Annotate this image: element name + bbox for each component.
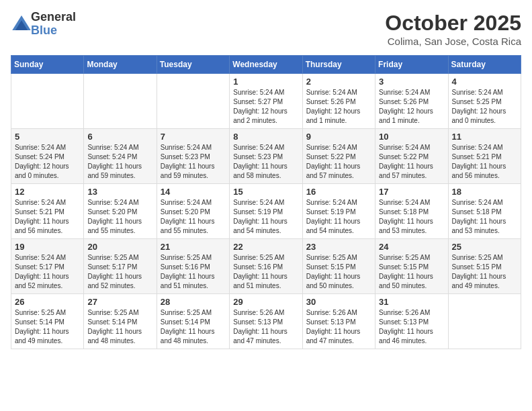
month-title: October 2025 (385, 11, 521, 36)
calendar-day-cell: 22Sunrise: 5:25 AMSunset: 5:16 PMDayligh… (230, 239, 302, 294)
day-number: 20 (87, 242, 152, 252)
calendar-day-header: Wednesday (230, 56, 302, 74)
calendar-week-row: 5Sunrise: 5:24 AMSunset: 5:24 PMDaylight… (11, 129, 521, 184)
logo-blue-text: Blue (31, 24, 57, 37)
day-number: 1 (233, 77, 298, 87)
day-info: Sunrise: 5:25 AMSunset: 5:15 PMDaylight:… (452, 253, 517, 291)
calendar-day-cell: 19Sunrise: 5:24 AMSunset: 5:17 PMDayligh… (11, 239, 84, 294)
calendar-day-cell: 29Sunrise: 5:26 AMSunset: 5:13 PMDayligh… (230, 294, 302, 349)
day-number: 26 (15, 297, 80, 307)
day-info: Sunrise: 5:24 AMSunset: 5:23 PMDaylight:… (233, 143, 298, 181)
calendar-day-cell: 27Sunrise: 5:25 AMSunset: 5:14 PMDayligh… (84, 294, 157, 349)
day-number: 22 (233, 242, 298, 252)
calendar-day-header: Thursday (302, 56, 375, 74)
calendar-day-header: Sunday (11, 56, 84, 74)
day-number: 9 (306, 132, 371, 142)
calendar-day-header: Friday (375, 56, 448, 74)
day-number: 7 (161, 132, 226, 142)
calendar-day-cell: 28Sunrise: 5:25 AMSunset: 5:14 PMDayligh… (157, 294, 229, 349)
title-block: October 2025 Colima, San Jose, Costa Ric… (385, 11, 521, 47)
day-number: 14 (161, 187, 226, 197)
calendar-table: SundayMondayTuesdayWednesdayThursdayFrid… (11, 55, 521, 349)
day-info: Sunrise: 5:24 AMSunset: 5:20 PMDaylight:… (87, 198, 152, 236)
calendar-day-cell: 24Sunrise: 5:25 AMSunset: 5:15 PMDayligh… (375, 239, 448, 294)
calendar-day-cell: 30Sunrise: 5:26 AMSunset: 5:13 PMDayligh… (302, 294, 375, 349)
calendar-header-row: SundayMondayTuesdayWednesdayThursdayFrid… (11, 56, 521, 74)
day-number: 28 (161, 297, 226, 307)
page-header: General Blue October 2025 Colima, San Jo… (11, 11, 521, 47)
day-info: Sunrise: 5:24 AMSunset: 5:18 PMDaylight:… (379, 198, 444, 236)
day-number: 30 (306, 297, 371, 307)
day-number: 6 (87, 132, 152, 142)
calendar-day-cell: 25Sunrise: 5:25 AMSunset: 5:15 PMDayligh… (448, 239, 521, 294)
day-number: 18 (452, 187, 517, 197)
day-info: Sunrise: 5:24 AMSunset: 5:19 PMDaylight:… (306, 198, 371, 236)
day-info: Sunrise: 5:25 AMSunset: 5:17 PMDaylight:… (87, 253, 152, 291)
calendar-day-cell: 1Sunrise: 5:24 AMSunset: 5:27 PMDaylight… (230, 74, 302, 129)
calendar-day-cell: 2Sunrise: 5:24 AMSunset: 5:26 PMDaylight… (302, 74, 375, 129)
day-info: Sunrise: 5:24 AMSunset: 5:18 PMDaylight:… (452, 198, 517, 236)
calendar-day-header: Monday (84, 56, 157, 74)
day-number: 25 (452, 242, 517, 252)
calendar-week-row: 12Sunrise: 5:24 AMSunset: 5:21 PMDayligh… (11, 184, 521, 239)
calendar-day-cell: 13Sunrise: 5:24 AMSunset: 5:20 PMDayligh… (84, 184, 157, 239)
calendar-day-cell: 26Sunrise: 5:25 AMSunset: 5:14 PMDayligh… (11, 294, 84, 349)
day-info: Sunrise: 5:25 AMSunset: 5:14 PMDaylight:… (15, 308, 80, 346)
calendar-day-cell: 21Sunrise: 5:25 AMSunset: 5:16 PMDayligh… (157, 239, 229, 294)
calendar-day-cell: 5Sunrise: 5:24 AMSunset: 5:24 PMDaylight… (11, 129, 84, 184)
day-info: Sunrise: 5:24 AMSunset: 5:20 PMDaylight:… (161, 198, 226, 236)
calendar-day-cell: 11Sunrise: 5:24 AMSunset: 5:21 PMDayligh… (448, 129, 521, 184)
day-info: Sunrise: 5:24 AMSunset: 5:19 PMDaylight:… (233, 198, 298, 236)
calendar-day-cell: 7Sunrise: 5:24 AMSunset: 5:23 PMDaylight… (157, 129, 229, 184)
day-number: 4 (452, 77, 517, 87)
calendar-day-header: Saturday (448, 56, 521, 74)
calendar-day-header: Tuesday (157, 56, 229, 74)
day-number: 23 (306, 242, 371, 252)
day-info: Sunrise: 5:25 AMSunset: 5:16 PMDaylight:… (161, 253, 226, 291)
day-info: Sunrise: 5:24 AMSunset: 5:27 PMDaylight:… (233, 88, 298, 126)
calendar-week-row: 1Sunrise: 5:24 AMSunset: 5:27 PMDaylight… (11, 74, 521, 129)
calendar-week-row: 26Sunrise: 5:25 AMSunset: 5:14 PMDayligh… (11, 294, 521, 349)
day-number: 12 (15, 187, 80, 197)
day-info: Sunrise: 5:24 AMSunset: 5:24 PMDaylight:… (15, 143, 80, 181)
day-info: Sunrise: 5:25 AMSunset: 5:14 PMDaylight:… (87, 308, 152, 346)
day-number: 27 (87, 297, 152, 307)
day-info: Sunrise: 5:25 AMSunset: 5:16 PMDaylight:… (233, 253, 298, 291)
day-info: Sunrise: 5:25 AMSunset: 5:14 PMDaylight:… (161, 308, 226, 346)
calendar-day-cell (84, 74, 157, 129)
calendar-day-cell: 9Sunrise: 5:24 AMSunset: 5:22 PMDaylight… (302, 129, 375, 184)
day-number: 24 (379, 242, 444, 252)
day-number: 29 (233, 297, 298, 307)
calendar-day-cell: 17Sunrise: 5:24 AMSunset: 5:18 PMDayligh… (375, 184, 448, 239)
day-info: Sunrise: 5:24 AMSunset: 5:21 PMDaylight:… (452, 143, 517, 181)
day-number: 16 (306, 187, 371, 197)
day-number: 11 (452, 132, 517, 142)
day-info: Sunrise: 5:26 AMSunset: 5:13 PMDaylight:… (233, 308, 298, 346)
day-info: Sunrise: 5:24 AMSunset: 5:26 PMDaylight:… (306, 88, 371, 126)
day-info: Sunrise: 5:24 AMSunset: 5:17 PMDaylight:… (15, 253, 80, 291)
calendar-day-cell: 12Sunrise: 5:24 AMSunset: 5:21 PMDayligh… (11, 184, 84, 239)
day-info: Sunrise: 5:24 AMSunset: 5:23 PMDaylight:… (161, 143, 226, 181)
calendar-day-cell: 3Sunrise: 5:24 AMSunset: 5:26 PMDaylight… (375, 74, 448, 129)
calendar-day-cell: 14Sunrise: 5:24 AMSunset: 5:20 PMDayligh… (157, 184, 229, 239)
calendar-day-cell: 6Sunrise: 5:24 AMSunset: 5:24 PMDaylight… (84, 129, 157, 184)
day-number: 21 (161, 242, 226, 252)
calendar-day-cell (157, 74, 229, 129)
logo-icon (12, 15, 31, 30)
calendar-day-cell: 4Sunrise: 5:24 AMSunset: 5:25 PMDaylight… (448, 74, 521, 129)
calendar-day-cell: 10Sunrise: 5:24 AMSunset: 5:22 PMDayligh… (375, 129, 448, 184)
day-number: 13 (87, 187, 152, 197)
location-text: Colima, San Jose, Costa Rica (385, 36, 521, 47)
day-info: Sunrise: 5:24 AMSunset: 5:25 PMDaylight:… (452, 88, 517, 126)
calendar-day-cell: 16Sunrise: 5:24 AMSunset: 5:19 PMDayligh… (302, 184, 375, 239)
day-info: Sunrise: 5:24 AMSunset: 5:22 PMDaylight:… (379, 143, 444, 181)
day-info: Sunrise: 5:24 AMSunset: 5:22 PMDaylight:… (306, 143, 371, 181)
calendar-day-cell (448, 294, 521, 349)
calendar-week-row: 19Sunrise: 5:24 AMSunset: 5:17 PMDayligh… (11, 239, 521, 294)
day-number: 31 (379, 297, 444, 307)
day-number: 5 (15, 132, 80, 142)
logo-general-text: General (31, 10, 76, 24)
logo: General Blue (11, 11, 76, 38)
day-number: 19 (15, 242, 80, 252)
calendar-day-cell: 23Sunrise: 5:25 AMSunset: 5:15 PMDayligh… (302, 239, 375, 294)
